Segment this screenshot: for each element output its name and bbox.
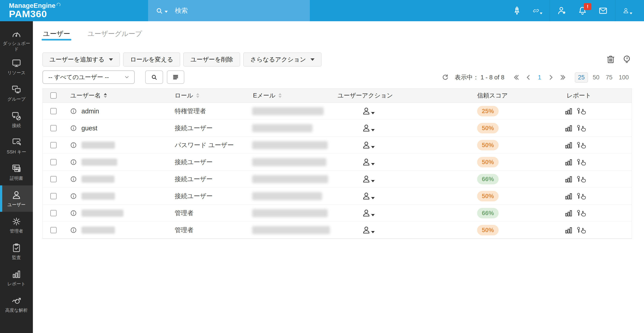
current-page[interactable]: 1	[538, 74, 541, 81]
role-text: 特権管理者	[175, 107, 206, 116]
user-action-menu[interactable]	[362, 140, 375, 150]
user-report-icon[interactable]	[564, 208, 573, 218]
sort-arrows-icon[interactable]	[104, 93, 107, 98]
sidebar-item-dashboard[interactable]: ダッシュボード	[0, 27, 33, 54]
row-checkbox[interactable]	[50, 227, 56, 233]
sidebar-item-ssh-keys[interactable]: SSH キー	[0, 132, 33, 159]
info-icon[interactable]	[70, 192, 77, 200]
row-checkbox[interactable]	[50, 159, 56, 165]
user-report-icon[interactable]	[564, 174, 573, 184]
tab-users[interactable]: ユーザー	[42, 26, 70, 41]
info-icon[interactable]	[70, 142, 77, 148]
row-checkbox[interactable]	[50, 210, 56, 216]
password-access-report-icon[interactable]	[576, 123, 587, 134]
lightbulb-tip-icon[interactable]	[622, 54, 632, 65]
sidebar-item-certificates[interactable]: 証明書	[0, 159, 33, 186]
sidebar-item-label: ダッシュボード	[0, 41, 33, 52]
sort-arrows-icon[interactable]	[196, 93, 199, 98]
info-icon[interactable]	[70, 210, 77, 216]
link-icon[interactable]	[532, 6, 542, 16]
sidebar-item-connections[interactable]: 接続	[0, 106, 33, 132]
page-size-50[interactable]: 50	[593, 74, 600, 81]
sidebar-item-audit[interactable]: 監査	[0, 238, 33, 264]
sort-arrows-icon[interactable]	[278, 93, 282, 98]
trash-icon[interactable]	[606, 54, 616, 65]
user-action-menu[interactable]	[362, 208, 375, 218]
sidebar-item-reports[interactable]: レポート	[0, 264, 33, 291]
sidebar-item-users[interactable]: ユーザー	[0, 186, 33, 212]
info-icon[interactable]	[70, 108, 77, 114]
column-chooser-button[interactable]	[167, 70, 184, 84]
user-action-menu[interactable]	[362, 123, 375, 133]
password-access-report-icon[interactable]	[576, 191, 587, 202]
info-icon[interactable]	[70, 176, 77, 182]
password-access-report-icon[interactable]	[576, 208, 587, 218]
password-access-report-icon[interactable]	[576, 106, 587, 116]
user-action-menu[interactable]	[362, 225, 375, 235]
sidebar-item-admin[interactable]: 管理者	[0, 212, 33, 238]
column-header-email[interactable]: Eメール	[253, 92, 282, 100]
profile-icon[interactable]	[622, 6, 632, 16]
row-checkbox[interactable]	[50, 108, 56, 114]
rocket-icon[interactable]	[512, 6, 522, 16]
info-icon[interactable]	[70, 226, 77, 234]
user-action-menu[interactable]	[362, 106, 375, 116]
page-size-25[interactable]: 25	[575, 72, 588, 82]
user-action-menu[interactable]	[362, 174, 375, 184]
info-icon[interactable]	[70, 158, 77, 166]
sidebar-item-resources[interactable]: リソース	[0, 54, 33, 80]
redacted-blob	[82, 210, 124, 217]
username-text[interactable]: admin	[82, 107, 99, 115]
bell-icon[interactable]: !	[578, 6, 588, 16]
sidebar-item-advanced-analytics[interactable]: 高度な解析	[0, 291, 33, 317]
last-page-button[interactable]	[560, 74, 566, 81]
user-report-icon[interactable]	[564, 124, 573, 133]
password-access-report-icon[interactable]	[576, 157, 587, 168]
row-checkbox[interactable]	[50, 125, 56, 131]
tab-user-groups[interactable]: ユーザーグループ	[87, 26, 142, 41]
user-filter-select[interactable]: -- すべてのユーザー --	[42, 70, 135, 84]
mail-icon[interactable]	[598, 6, 608, 16]
role-text: 管理者	[175, 226, 194, 234]
user-report-icon[interactable]	[564, 192, 573, 201]
admin-icon	[11, 216, 22, 227]
checkbox-box	[50, 193, 56, 199]
first-page-button[interactable]	[513, 74, 520, 81]
user-report-icon[interactable]	[564, 226, 573, 235]
user-report-icon[interactable]	[564, 158, 573, 167]
change-role-button[interactable]: ロールを変える	[123, 52, 180, 66]
password-access-report-icon[interactable]	[576, 140, 587, 150]
password-access-report-icon[interactable]	[576, 225, 587, 236]
report-cell	[564, 106, 587, 116]
table-row: 接続ユーザー66%	[43, 171, 632, 188]
info-icon[interactable]	[70, 124, 77, 132]
column-header-name[interactable]: ユーザー名	[70, 92, 107, 100]
row-checkbox[interactable]	[50, 193, 56, 199]
global-search[interactable]: 検索	[148, 0, 310, 21]
next-page-button[interactable]	[548, 74, 554, 81]
trust-score-badge: 50%	[477, 140, 498, 150]
search-scope-caret-icon[interactable]	[165, 11, 168, 13]
refresh-icon[interactable]	[441, 74, 449, 81]
user-report-icon[interactable]	[564, 140, 573, 150]
add-user-button[interactable]: ユーザーを追加する	[42, 52, 120, 66]
delete-user-button[interactable]: ユーザーを削除	[184, 52, 240, 66]
row-checkbox[interactable]	[50, 142, 56, 148]
sidebar-item-groups[interactable]: グループ	[0, 80, 33, 106]
row-checkbox[interactable]	[50, 176, 56, 182]
password-access-report-icon[interactable]	[576, 174, 587, 184]
prev-page-button[interactable]	[525, 74, 532, 81]
page-size-100[interactable]: 100	[619, 74, 629, 81]
user-report-icon[interactable]	[564, 106, 573, 116]
more-actions-button[interactable]: さらなるアクション	[243, 52, 322, 66]
table-search-button[interactable]	[145, 70, 163, 84]
column-header-role[interactable]: ロール	[175, 92, 199, 100]
user-action-menu[interactable]	[362, 157, 375, 167]
select-all-checkbox[interactable]	[50, 92, 56, 99]
page-size-75[interactable]: 75	[606, 74, 612, 81]
user-icon	[362, 140, 371, 150]
username-text[interactable]: guest	[82, 124, 97, 132]
trust-score-cell: 50%	[477, 191, 498, 201]
user-star-icon[interactable]	[557, 6, 567, 16]
user-action-menu[interactable]	[362, 191, 375, 201]
